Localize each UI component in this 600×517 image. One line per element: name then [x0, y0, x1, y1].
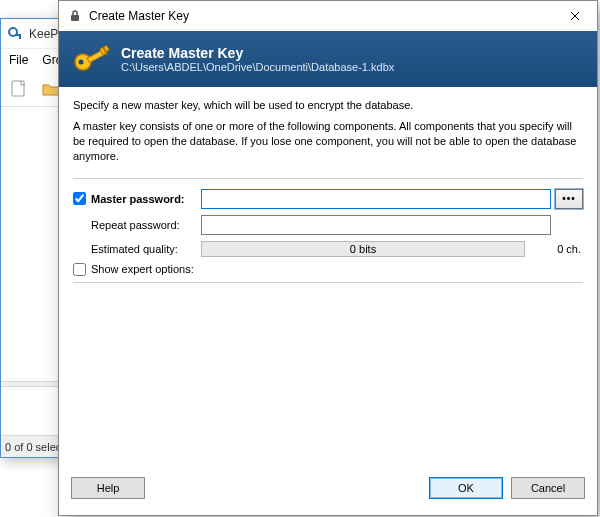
- dialog-header: Create Master Key C:\Users\ABDEL\OneDriv…: [59, 31, 597, 87]
- master-password-input[interactable]: [201, 189, 551, 209]
- intro-line-1: Specify a new master key, which will be …: [73, 99, 583, 111]
- group-tree[interactable]: [1, 107, 63, 381]
- close-button[interactable]: [553, 1, 597, 31]
- dots-icon: •••: [562, 193, 576, 204]
- toggle-password-visibility-button[interactable]: •••: [555, 189, 583, 209]
- svg-rect-2: [19, 36, 21, 39]
- header-subtitle: C:\Users\ABDEL\OneDrive\Documenti\Databa…: [121, 61, 394, 73]
- separator-line-2: [73, 282, 583, 283]
- svg-rect-3: [12, 81, 24, 96]
- master-password-label: Master password:: [91, 193, 185, 205]
- intro-line-2: A master key consists of one or more of …: [73, 119, 583, 164]
- close-icon: [570, 11, 580, 21]
- status-text: 0 of 0 select: [5, 441, 64, 453]
- ok-button[interactable]: OK: [429, 477, 503, 499]
- svg-point-6: [79, 60, 84, 65]
- dialog-footer: Help OK Cancel: [59, 471, 597, 515]
- show-expert-checkbox[interactable]: [73, 263, 86, 276]
- help-button[interactable]: Help: [71, 477, 145, 499]
- separator-line: [73, 178, 583, 179]
- toolbar-new-icon[interactable]: [5, 75, 33, 103]
- show-expert-label: Show expert options:: [91, 263, 194, 275]
- create-master-key-dialog: Create Master Key Create Master Key C:\U…: [58, 0, 598, 516]
- cancel-button[interactable]: Cancel: [511, 477, 585, 499]
- menu-file[interactable]: File: [9, 53, 28, 67]
- char-count: 0 ch.: [529, 243, 583, 255]
- master-password-checkbox[interactable]: [73, 192, 86, 205]
- dialog-titlebar: Create Master Key: [59, 1, 597, 31]
- key-icon: [69, 38, 111, 80]
- svg-rect-4: [71, 15, 79, 21]
- quality-text: 0 bits: [350, 243, 376, 255]
- dialog-body: Specify a new master key, which will be …: [59, 87, 597, 471]
- keepass-icon: [7, 26, 23, 42]
- dialog-title: Create Master Key: [89, 9, 553, 23]
- estimated-quality-label: Estimated quality:: [91, 243, 178, 255]
- quality-meter: 0 bits: [201, 241, 525, 257]
- repeat-password-input[interactable]: [201, 215, 551, 235]
- lock-icon: [67, 8, 83, 24]
- svg-rect-1: [15, 34, 21, 36]
- repeat-password-label: Repeat password:: [91, 219, 180, 231]
- header-title: Create Master Key: [121, 45, 394, 61]
